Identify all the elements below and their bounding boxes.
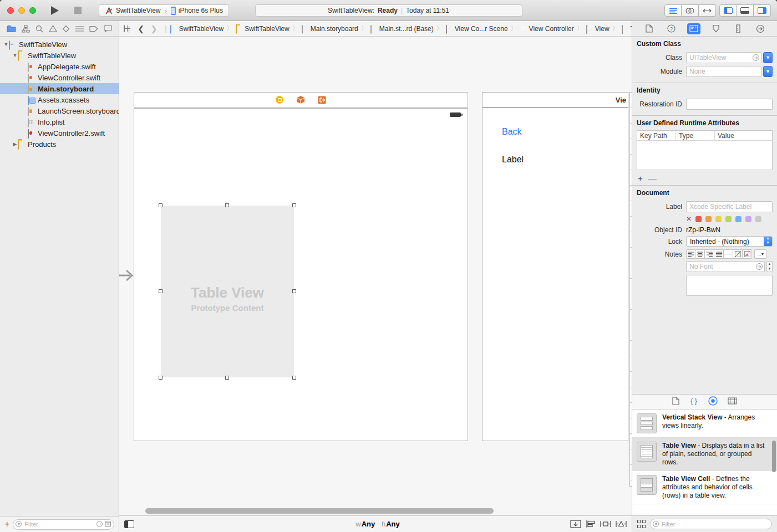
breadcrumb-scene[interactable]: View Co...r Scene xyxy=(446,25,508,33)
red-color-swatch[interactable] xyxy=(695,216,702,222)
notes-font-input[interactable] xyxy=(686,261,765,272)
run-button[interactable] xyxy=(51,6,59,15)
toggle-inspectors-button[interactable] xyxy=(754,4,771,17)
resize-handle[interactable] xyxy=(225,376,229,380)
notes-text-area[interactable] xyxy=(686,275,773,296)
notes-more-button[interactable]: …▾ xyxy=(754,249,766,259)
project-navigator-tab[interactable] xyxy=(7,25,16,33)
breadcrumb-table-view[interactable]: Table View xyxy=(622,25,632,33)
view-controller2-scene[interactable]: Back Label xyxy=(482,108,628,441)
object-library-tab[interactable] xyxy=(708,396,718,407)
tree-item-viewcontroller[interactable]: ViewController.swift xyxy=(0,72,119,83)
initial-view-controller-arrow[interactable] xyxy=(119,266,135,285)
minimize-window-button[interactable] xyxy=(18,7,25,14)
resize-handle[interactable] xyxy=(159,289,162,293)
disclosure-triangle-icon[interactable]: ▶ xyxy=(12,141,18,147)
view-controller-scene[interactable]: Table View Prototype Content xyxy=(134,108,468,441)
label-object[interactable]: Label xyxy=(502,155,524,165)
tree-item-viewcontroller2[interactable]: ViewController2.swift xyxy=(0,127,119,139)
lock-stepper-icon[interactable]: ▲▼ xyxy=(764,236,772,247)
no-fill-button[interactable] xyxy=(733,249,743,259)
align-left-button[interactable] xyxy=(686,249,695,259)
breadcrumb-group[interactable]: SwiftTableView xyxy=(236,25,289,33)
first-responder-icon[interactable] xyxy=(296,95,305,104)
standard-editor-button[interactable] xyxy=(664,4,682,17)
align-icon[interactable] xyxy=(586,520,596,528)
embed-in-stack-icon[interactable] xyxy=(570,520,581,528)
resize-handle[interactable] xyxy=(159,203,162,207)
disclosure-triangle-icon[interactable]: ▼ xyxy=(12,53,18,58)
debug-navigator-tab[interactable] xyxy=(75,25,84,32)
go-back-button[interactable]: ❮ xyxy=(138,24,144,33)
size-inspector-tab[interactable] xyxy=(732,23,745,34)
orange-color-swatch[interactable] xyxy=(705,216,712,222)
code-snippet-library-tab[interactable]: { } xyxy=(689,397,698,407)
size-class-control[interactable]: wAny hAny xyxy=(119,520,632,528)
natural-align-button[interactable] xyxy=(724,249,733,259)
add-attribute-button[interactable]: + xyxy=(638,173,643,183)
module-dropdown-button[interactable]: ▼ xyxy=(763,66,773,77)
related-items-icon[interactable] xyxy=(124,25,125,32)
resize-handle[interactable] xyxy=(292,203,296,207)
symbol-navigator-tab[interactable] xyxy=(22,25,30,33)
class-dropdown-button[interactable]: ▼ xyxy=(763,52,773,63)
close-window-button[interactable] xyxy=(7,7,14,14)
document-label-input[interactable] xyxy=(686,201,773,212)
blue-color-swatch[interactable] xyxy=(735,216,742,222)
assistant-editor-button[interactable] xyxy=(682,4,699,17)
connections-inspector-tab[interactable] xyxy=(754,23,767,34)
breadcrumb-project[interactable]: SwiftTableView xyxy=(170,25,224,33)
scene2-header[interactable]: Vie xyxy=(482,92,628,108)
tree-item-assets[interactable]: Assets.xcassets xyxy=(0,94,119,105)
disclosure-triangle-icon[interactable]: ▼ xyxy=(3,42,9,47)
toggle-navigator-button[interactable] xyxy=(719,4,737,17)
file-inspector-tab[interactable] xyxy=(643,23,656,34)
table-view-object[interactable]: Table View Prototype Content xyxy=(161,206,294,377)
stop-button[interactable] xyxy=(74,7,82,14)
yellow-color-swatch[interactable] xyxy=(715,216,722,222)
resize-handle[interactable] xyxy=(159,376,162,380)
gray-color-swatch[interactable] xyxy=(755,216,761,222)
tree-item-launchscreen[interactable]: LaunchScreen.storyboard xyxy=(0,105,119,116)
resize-handle[interactable] xyxy=(292,376,296,380)
runtime-attributes-table[interactable]: Key Path Type Value xyxy=(637,130,773,170)
library-view-mode-icon[interactable] xyxy=(637,520,646,528)
lock-dropdown[interactable]: Inherited - (Nothing) ▲▼ xyxy=(686,236,773,247)
remove-attribute-button[interactable]: — xyxy=(648,173,657,183)
library-item-table-view-cell[interactable]: Table View Cell - Defines the attributes… xyxy=(632,471,777,504)
font-picker-icon[interactable]: ➔ xyxy=(756,263,763,270)
restoration-id-input[interactable] xyxy=(686,99,773,110)
purple-color-swatch[interactable] xyxy=(745,216,751,222)
tree-item-appdelegate[interactable]: AppDelegate.swift xyxy=(0,61,119,72)
canvas-horizontal-scrollbar[interactable] xyxy=(145,508,494,514)
tree-item-products[interactable]: ▶ Products xyxy=(0,139,119,150)
storyboard-canvas[interactable]: Table View Prototype Content xyxy=(119,37,632,515)
test-navigator-tab[interactable] xyxy=(62,25,70,33)
tree-item-infoplist[interactable]: Info.plist xyxy=(0,116,119,127)
no-border-button[interactable]: a xyxy=(743,249,752,259)
library-filter-input[interactable] xyxy=(650,519,772,529)
identity-inspector-tab[interactable] xyxy=(687,23,700,34)
scheme-selector[interactable]: SwiftTableView › iPhone 6s Plus xyxy=(99,4,229,17)
media-library-tab[interactable] xyxy=(728,397,737,406)
go-forward-button[interactable]: ❯ xyxy=(151,24,158,33)
breadcrumb-view[interactable]: View xyxy=(586,25,610,33)
version-editor-button[interactable] xyxy=(699,4,716,17)
quick-help-inspector-tab[interactable]: ? xyxy=(665,23,678,34)
class-input[interactable] xyxy=(686,52,761,63)
report-navigator-tab[interactable] xyxy=(104,25,112,32)
clear-color-swatch[interactable]: ✕ xyxy=(686,215,692,223)
document-outline-toggle[interactable] xyxy=(124,520,134,528)
breadcrumb-storyboard[interactable]: Main.storyboard xyxy=(302,25,358,33)
pin-constraints-icon[interactable] xyxy=(600,520,611,528)
resize-handle[interactable] xyxy=(292,289,296,293)
breakpoint-navigator-tab[interactable] xyxy=(89,25,98,32)
tree-item-project[interactable]: ▼ SwiftTableView xyxy=(0,39,119,50)
resize-handle[interactable] xyxy=(225,203,229,207)
attributes-inspector-tab[interactable] xyxy=(709,23,723,34)
module-input[interactable] xyxy=(686,66,761,77)
add-file-button[interactable]: + xyxy=(4,520,9,529)
breadcrumb-storyboard-base[interactable]: Main.st...rd (Base) xyxy=(370,25,434,33)
library-item-vertical-stack-view[interactable]: Vertical Stack View - Arranges views lin… xyxy=(632,410,777,438)
align-center-button[interactable] xyxy=(695,249,705,259)
